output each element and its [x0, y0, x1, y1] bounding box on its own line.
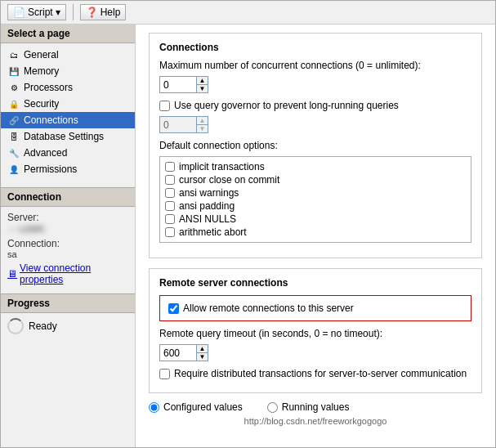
option-cursor-close-checkbox[interactable] [165, 175, 175, 185]
timeout-input[interactable]: 600 [160, 345, 196, 361]
sidebar-item-label: Permissions [24, 164, 77, 175]
connection-section: Connection Server: ·····LEMS Connection:… [1, 187, 135, 290]
max-connections-spinbox[interactable]: 0 ▲ ▼ [159, 76, 208, 93]
help-button[interactable]: ❓ Help [80, 4, 127, 20]
connection-value: sa [7, 249, 128, 259]
allow-remote-checkbox[interactable] [168, 303, 179, 314]
option-cursor-close: cursor close on commit [163, 173, 467, 186]
sidebar-item-connections[interactable]: 🔗 Connections [1, 112, 135, 128]
configured-values-option[interactable]: Configured values [149, 401, 243, 413]
allow-remote-label: Allow remote connections to this server [183, 302, 354, 314]
max-connections-spinbox-container: 0 ▲ ▼ [159, 76, 471, 93]
link-icon: 🖥 [7, 268, 17, 280]
sidebar-item-label: General [24, 49, 59, 60]
sidebar-item-memory[interactable]: 💾 Memory [1, 63, 135, 79]
sidebar-item-permissions[interactable]: 👤 Permissions [1, 161, 135, 177]
governor-spinbox-container: 0 ▲ ▼ [159, 116, 471, 133]
sidebar-item-database-settings[interactable]: 🗄 Database Settings [1, 128, 135, 145]
running-values-option[interactable]: Running values [267, 401, 350, 413]
right-panel: Connections Maximum number of concurrent… [136, 25, 495, 447]
toolbar-separator [73, 4, 74, 20]
timeout-label: Remote query timeout (in seconds, 0 = no… [159, 328, 471, 339]
option-ansi-warnings-checkbox[interactable] [165, 188, 175, 198]
configured-values-radio[interactable] [149, 402, 159, 413]
timeout-down-button[interactable]: ▼ [197, 353, 208, 361]
configured-values-label: Configured values [163, 401, 243, 413]
values-radio-row: Configured values Running values [149, 401, 482, 413]
left-panel: Select a page 🗂 General 💾 Memory ⚙ Proce… [1, 25, 136, 447]
timeout-spinbox-container: 600 ▲ ▼ [159, 344, 471, 361]
processors-icon: ⚙ [7, 81, 20, 94]
general-icon: 🗂 [7, 48, 20, 61]
connection-info: Server: ·····LEMS Connection: sa 🖥 View … [1, 207, 135, 290]
option-implicit-transactions: implicit transactions [163, 160, 467, 173]
option-arithmetic-abort-label: arithmetic abort [179, 226, 247, 238]
option-arithmetic-abort-checkbox[interactable] [165, 227, 175, 237]
governor-spinbox[interactable]: 0 ▲ ▼ [159, 116, 208, 133]
distributed-transactions-checkbox[interactable] [159, 369, 170, 379]
running-values-radio[interactable] [267, 402, 278, 413]
running-values-label: Running values [282, 401, 350, 413]
query-governor-row: Use query governor to prevent long-runni… [159, 100, 471, 111]
progress-content: Ready [1, 313, 135, 339]
option-ansi-warnings-label: ansi warnings [179, 187, 239, 199]
remote-section-outer: Remote server connections Allow remote c… [149, 268, 482, 393]
database-settings-icon: 🗄 [7, 130, 20, 143]
view-link-label: View connection properties [20, 262, 128, 285]
connections-box: Connections Maximum number of concurrent… [149, 33, 482, 258]
query-governor-label: Use query governor to prevent long-runni… [174, 100, 399, 111]
options-list: implicit transactions cursor close on co… [159, 156, 471, 243]
script-icon: 📄 [13, 7, 25, 18]
toolbar: 📄 Script ▾ ❓ Help [1, 1, 495, 25]
allow-remote-row: Allow remote connections to this server [168, 302, 462, 314]
option-ansi-padding-label: ansi padding [179, 200, 235, 212]
progress-title: Progress [1, 293, 135, 313]
advanced-icon: 🔧 [7, 146, 20, 159]
spinbox-up-button[interactable]: ▲ [197, 77, 208, 85]
governor-input: 0 [160, 117, 196, 132]
governor-down-button: ▼ [197, 125, 208, 132]
script-button[interactable]: 📄 Script ▾ [7, 4, 66, 20]
watermark: http://blog.csdn.net/freeworkgogogo [149, 416, 482, 426]
sidebar-item-processors[interactable]: ⚙ Processors [1, 79, 135, 96]
max-connections-input[interactable]: 0 [160, 77, 196, 92]
option-ansi-nulls-checkbox[interactable] [165, 214, 175, 224]
query-governor-checkbox[interactable] [159, 101, 170, 111]
connections-title: Connections [159, 42, 471, 53]
sidebar-item-general[interactable]: 🗂 General [1, 47, 135, 63]
timeout-up-button[interactable]: ▲ [197, 345, 208, 353]
option-implicit-transactions-label: implicit transactions [179, 161, 265, 172]
spinbox-arrows: ▲ ▼ [196, 77, 208, 92]
governor-spinbox-arrows: ▲ ▼ [196, 117, 208, 132]
progress-spinner [7, 318, 24, 334]
option-ansi-warnings: ansi warnings [163, 186, 467, 199]
sidebar-item-advanced[interactable]: 🔧 Advanced [1, 145, 135, 161]
option-ansi-padding: ansi padding [163, 199, 467, 213]
connections-icon: 🔗 [7, 114, 20, 127]
security-icon: 🔒 [7, 97, 20, 110]
view-connection-properties-link[interactable]: 🖥 View connection properties [7, 262, 128, 285]
sidebar-item-security[interactable]: 🔒 Security [1, 96, 135, 112]
option-ansi-nulls: ANSI NULLS [163, 213, 467, 226]
help-icon: ❓ [86, 7, 98, 18]
script-dropdown-icon: ▾ [56, 7, 60, 18]
option-ansi-nulls-label: ANSI NULLS [179, 213, 236, 225]
distributed-transactions-row: Require distributed transactions for ser… [159, 368, 471, 379]
server-value: ·····LEMS [7, 224, 44, 234]
spinbox-down-button[interactable]: ▼ [197, 85, 208, 92]
default-options-label: Default connection options: [159, 140, 471, 151]
timeout-spinbox-arrows: ▲ ▼ [196, 345, 208, 361]
progress-status: Ready [29, 320, 57, 332]
sidebar-item-label: Memory [24, 65, 59, 77]
timeout-spinbox[interactable]: 600 ▲ ▼ [159, 344, 208, 361]
sidebar-item-label: Advanced [24, 147, 67, 159]
option-ansi-padding-checkbox[interactable] [165, 201, 175, 211]
help-label: Help [101, 7, 121, 18]
option-cursor-close-label: cursor close on commit [179, 174, 279, 186]
option-implicit-transactions-checkbox[interactable] [165, 162, 175, 172]
memory-icon: 💾 [7, 65, 20, 78]
sidebar-item-label: Connections [24, 114, 78, 126]
nav-list: 🗂 General 💾 Memory ⚙ Processors 🔒 Securi… [1, 43, 135, 181]
allow-remote-box: Allow remote connections to this server [159, 295, 471, 321]
server-label: Server: [7, 212, 128, 223]
